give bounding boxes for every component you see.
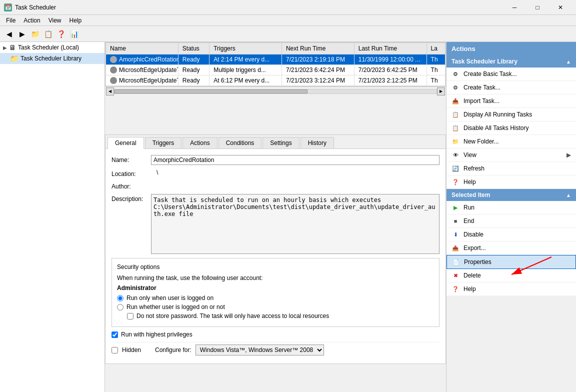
app-icon: 📅 — [4, 4, 12, 12]
author-row: Author: — [112, 182, 440, 190]
tab-actions[interactable]: Actions — [182, 137, 217, 148]
panel-button[interactable]: 📋 — [42, 28, 54, 40]
checkbox-hidden[interactable] — [112, 347, 118, 354]
task-status-icon-0 — [110, 56, 117, 63]
section-selected-label: Selected Item — [452, 192, 490, 198]
expand-icon-local: ▶ — [3, 45, 7, 50]
col-next-run[interactable]: Next Run Time — [282, 43, 354, 54]
col-la[interactable]: La — [426, 43, 445, 54]
forward-button[interactable]: ▶ — [16, 28, 28, 40]
tree-label-library: Task Scheduler Library — [20, 55, 82, 62]
cell-la-2: Th — [426, 76, 445, 86]
action-view[interactable]: 👁 View ▶ — [446, 148, 576, 162]
action-disable[interactable]: ⬇ Disable — [446, 228, 576, 242]
help-icon-1: ❓ — [452, 178, 460, 186]
tree-item-local[interactable]: ▶ 🖥 Task Scheduler (Local) — [0, 42, 104, 53]
table-row[interactable]: MicrosoftEdgeUpdateTaskMa... Ready Multi… — [106, 65, 446, 76]
checkbox-highest[interactable] — [112, 332, 118, 338]
newfolder-icon: 📁 — [452, 138, 460, 146]
cell-last-0: 11/30/1999 12:00:00 AM — [354, 54, 426, 65]
action-end[interactable]: ■ End — [446, 214, 576, 228]
import-icon: 📥 — [452, 97, 460, 105]
action-help-2[interactable]: ❓ Help — [446, 282, 576, 296]
scrollbar-track[interactable] — [114, 89, 437, 94]
radio-logged-on[interactable] — [117, 295, 124, 302]
cell-last-2: 7/21/2023 2:12:25 PM — [354, 76, 426, 86]
menu-action[interactable]: Action — [20, 16, 44, 25]
action-export[interactable]: 📤 Export... — [446, 242, 576, 255]
tab-conditions[interactable]: Conditions — [218, 137, 262, 148]
gear-icon-2: ⚙ — [452, 84, 460, 92]
table-row[interactable]: AmorphicCredRotation Ready At 2:14 PM ev… — [106, 54, 446, 65]
action-import-task[interactable]: 📥 Import Task... — [446, 94, 576, 108]
help-toolbar-button[interactable]: ❓ — [55, 28, 67, 40]
configure-select[interactable]: Windows Vista™, Windows Server™ 2008 — [196, 344, 324, 356]
action-new-folder[interactable]: 📁 New Folder... — [446, 135, 576, 148]
maximize-button[interactable]: □ — [526, 0, 549, 15]
action-help-1[interactable]: ❓ Help — [446, 176, 576, 189]
name-input[interactable] — [151, 155, 440, 165]
menu-help[interactable]: Help — [66, 16, 86, 25]
col-triggers[interactable]: Triggers — [210, 43, 282, 54]
hidden-label: Hidden — [122, 346, 141, 354]
main-layout: ▶ 🖥 Task Scheduler (Local) 📁 Task Schedu… — [0, 42, 576, 392]
tab-triggers[interactable]: Triggers — [145, 137, 182, 148]
folder-button[interactable]: 📁 — [29, 28, 41, 40]
center-panel: Name Status Triggers Next Run Time Last … — [105, 42, 446, 392]
col-name[interactable]: Name — [106, 43, 178, 54]
actions-header: Actions — [446, 42, 576, 56]
chevron-up-icon: ▲ — [566, 59, 571, 64]
action-disable-history[interactable]: 📋 Disable All Tasks History — [446, 122, 576, 135]
view-icon: 👁 — [452, 151, 460, 159]
delete-icon: ✖ — [452, 272, 460, 280]
tab-general[interactable]: General — [108, 137, 144, 149]
tree-item-library[interactable]: 📁 Task Scheduler Library — [0, 53, 104, 64]
bottom-row: Hidden Configure for: Windows Vista™, Wi… — [112, 342, 440, 358]
scroll-right-button[interactable]: ▶ — [437, 88, 445, 96]
minimize-button[interactable]: ─ — [503, 0, 526, 15]
menu-file[interactable]: File — [2, 16, 20, 25]
action-display-running[interactable]: 📋 Display All Running Tasks — [446, 108, 576, 122]
horizontal-scrollbar[interactable]: ◀ ▶ — [105, 86, 446, 96]
right-panel: Actions Task Scheduler Library ▲ ⚙ Creat… — [446, 42, 576, 392]
chart-button[interactable]: 📊 — [68, 28, 80, 40]
section-library-label: Task Scheduler Library — [452, 58, 518, 65]
action-delete[interactable]: ✖ Delete — [446, 269, 576, 282]
toolbar: ◀ ▶ 📁 📋 ❓ 📊 — [0, 26, 576, 42]
list-icon: 📋 — [452, 110, 460, 118]
window-title: Task Scheduler — [15, 4, 56, 11]
action-properties[interactable]: 📄 Properties — [446, 255, 576, 269]
table-row[interactable]: MicrosoftEdgeUpdateTaskMa... Ready At 6:… — [106, 76, 446, 86]
col-status[interactable]: Status — [178, 43, 209, 54]
menu-view[interactable]: View — [44, 16, 66, 25]
action-create-task[interactable]: ⚙ Create Task... — [446, 81, 576, 94]
task-list-area: Name Status Triggers Next Run Time Last … — [105, 42, 446, 86]
view-arrow-icon: ▶ — [566, 152, 571, 158]
description-textarea[interactable] — [151, 194, 440, 254]
tab-history[interactable]: History — [300, 137, 334, 148]
properties-icon: 📄 — [452, 258, 460, 266]
scroll-left-button[interactable]: ◀ — [106, 88, 114, 96]
col-last-run[interactable]: Last Run Time — [354, 43, 426, 54]
radio-not-logged-on[interactable] — [117, 304, 124, 310]
action-refresh[interactable]: 🔄 Refresh — [446, 162, 576, 176]
description-label: Description: — [112, 194, 151, 202]
detail-tabs: General Triggers Actions Conditions Sett… — [106, 135, 446, 149]
end-icon: ■ — [452, 217, 460, 225]
menu-bar: File Action View Help — [0, 15, 576, 26]
action-run[interactable]: ▶ Run — [446, 201, 576, 214]
action-create-basic[interactable]: ⚙ Create Basic Task... — [446, 68, 576, 81]
cell-name-0: AmorphicCredRotation — [106, 54, 178, 65]
radio-label-1: Run only when user is logged on — [126, 294, 214, 302]
scrollbar-thumb[interactable] — [114, 90, 308, 94]
tab-settings[interactable]: Settings — [262, 137, 299, 148]
cell-status-1: Ready — [178, 65, 209, 76]
actions-header-label: Actions — [452, 45, 476, 52]
checkbox-no-store[interactable] — [127, 313, 134, 320]
close-button[interactable]: ✕ — [549, 0, 572, 15]
cell-la-0: Th — [426, 54, 445, 65]
section-selected-header: Selected Item ▲ — [446, 189, 576, 201]
cell-last-1: 7/20/2023 6:42:25 PM — [354, 65, 426, 76]
disable-icon: 📋 — [452, 124, 460, 132]
back-button[interactable]: ◀ — [3, 28, 15, 40]
